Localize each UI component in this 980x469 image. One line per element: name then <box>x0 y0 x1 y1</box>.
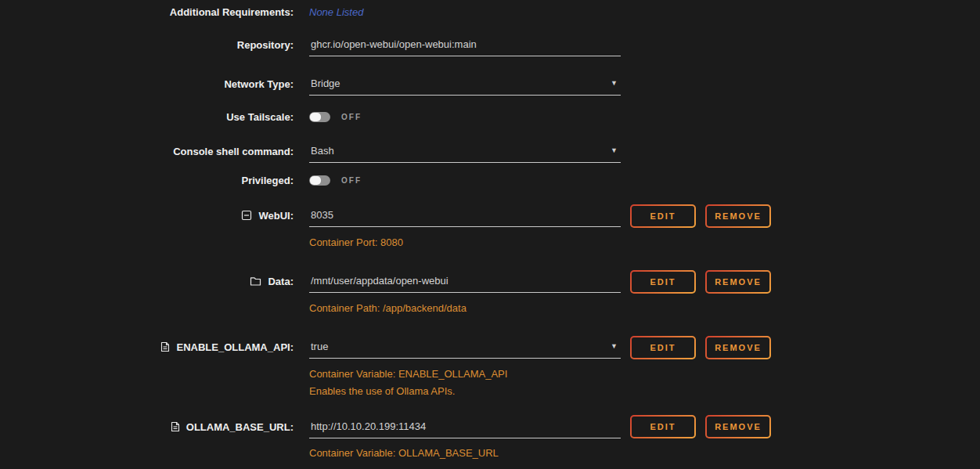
chevron-down-icon: ▼ <box>611 80 618 87</box>
data-remove-button[interactable]: REMOVE <box>705 270 771 294</box>
ollama-base-url-row: OLLAMA_BASE_URL: <box>0 415 980 438</box>
repository-label: Repository: <box>0 33 294 56</box>
chevron-down-icon: ▼ <box>611 343 618 350</box>
enable-ollama-api-row: ENABLE_OLLAMA_API: true ▼ <box>0 335 980 359</box>
toggle-knob <box>310 113 321 121</box>
webui-port-input[interactable] <box>309 204 621 226</box>
webui-port-row: WebUI: <box>0 204 980 227</box>
remove-button-label: REMOVE <box>707 417 769 437</box>
additional-requirements-row: Additional Requirements: None Listed <box>0 0 980 23</box>
network-type-label: Network Type: <box>0 72 294 96</box>
edit-button-label: EDIT <box>632 206 694 226</box>
data-path-label: Data: <box>268 276 294 287</box>
remove-button-label: REMOVE <box>707 272 769 292</box>
use-tailscale-label: Use Tailscale: <box>0 105 294 128</box>
additional-requirements-value: None Listed <box>309 6 363 18</box>
enable-ollama-api-label: ENABLE_OLLAMA_API: <box>176 341 294 353</box>
file-icon <box>171 421 180 432</box>
network-type-row: Network Type: Bridge ▼ <box>0 72 980 96</box>
ollama-base-url-input[interactable] <box>309 415 621 438</box>
webui-edit-button[interactable]: EDIT <box>630 204 696 228</box>
console-shell-select[interactable]: Bash ▼ <box>309 139 621 162</box>
webui-remove-button[interactable]: REMOVE <box>705 204 771 228</box>
edit-button-label: EDIT <box>632 337 694 358</box>
folder-icon <box>250 276 261 287</box>
enable-ollama-api-description: Enables the use of Ollama APIs. <box>309 385 455 398</box>
ollama-base-url-edit-button[interactable]: EDIT <box>630 415 696 438</box>
privileged-label: Privileged: <box>0 168 294 192</box>
toggle-knob <box>310 176 321 185</box>
file-icon <box>160 341 170 352</box>
privileged-toggle[interactable] <box>309 175 330 186</box>
additional-requirements-label: Additional Requirements: <box>0 0 294 23</box>
enable-ollama-api-helper: Container Variable: ENABLE_OLLAMA_API <box>309 368 507 381</box>
network-type-select[interactable]: Bridge ▼ <box>309 72 621 95</box>
data-path-helper: Container Path: /app/backend/data <box>309 302 467 315</box>
docker-container-settings-page: Additional Requirements: None Listed Rep… <box>0 0 980 469</box>
use-tailscale-toggle[interactable] <box>309 112 330 122</box>
console-shell-label: Console shell command: <box>0 139 294 163</box>
privileged-state: OFF <box>341 176 362 185</box>
data-path-row: Data: <box>0 269 980 293</box>
webui-port-helper: Container Port: 8080 <box>309 236 403 249</box>
privileged-row: Privileged: OFF <box>0 168 980 192</box>
console-shell-selected-value: Bash <box>311 145 334 157</box>
enable-ollama-api-edit-button[interactable]: EDIT <box>630 336 696 359</box>
ollama-base-url-remove-button[interactable]: REMOVE <box>705 415 771 438</box>
use-tailscale-state: OFF <box>341 113 362 121</box>
remove-button-label: REMOVE <box>707 206 769 226</box>
square-minus-icon <box>241 210 252 221</box>
enable-ollama-api-remove-button[interactable]: REMOVE <box>705 336 771 359</box>
edit-button-label: EDIT <box>632 417 694 437</box>
webui-port-label: WebUI: <box>258 210 294 222</box>
enable-ollama-api-selected-value: true <box>311 341 328 352</box>
use-tailscale-row: Use Tailscale: OFF <box>0 105 980 128</box>
ollama-base-url-label: OLLAMA_BASE_URL: <box>186 421 294 433</box>
data-path-input[interactable] <box>309 269 621 292</box>
network-type-selected-value: Bridge <box>311 78 340 89</box>
chevron-down-icon: ▼ <box>611 147 618 154</box>
data-edit-button[interactable]: EDIT <box>630 270 696 294</box>
remove-button-label: REMOVE <box>707 337 769 358</box>
ollama-base-url-helper: Container Variable: OLLAMA_BASE_URL <box>309 447 499 460</box>
console-shell-row: Console shell command: Bash ▼ <box>0 139 980 163</box>
enable-ollama-api-select[interactable]: true ▼ <box>309 335 621 358</box>
repository-input[interactable] <box>309 33 621 56</box>
repository-row: Repository: <box>0 33 980 56</box>
edit-button-label: EDIT <box>632 272 694 292</box>
